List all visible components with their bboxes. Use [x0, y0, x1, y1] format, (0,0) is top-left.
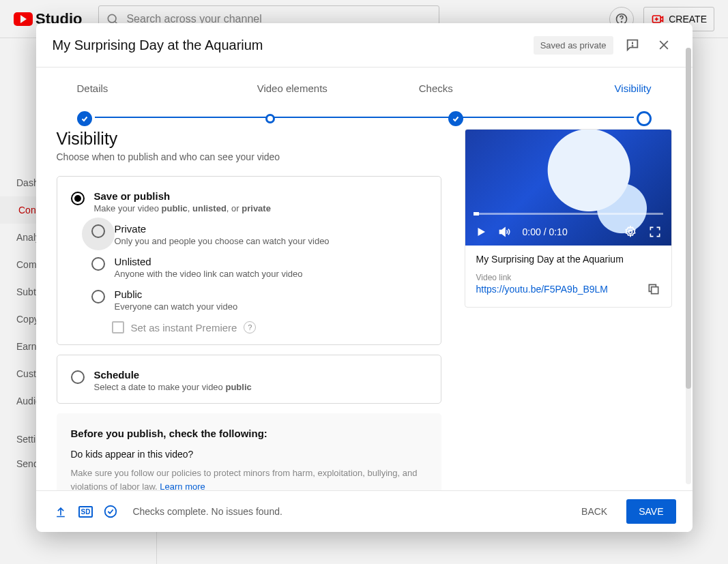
footer-status: Checks complete. No issues found. — [132, 506, 282, 517]
stepper: Details Video elements Checks Visibility — [36, 68, 693, 101]
svg-point-13 — [628, 231, 632, 234]
opt-title: Unlisted — [115, 256, 427, 267]
fullscreen-icon[interactable] — [648, 225, 662, 239]
feedback-button[interactable] — [620, 33, 645, 57]
learn-more-link[interactable]: Learn more — [160, 481, 205, 491]
preview-title: My Surprising Day at the Aquarium — [476, 254, 660, 265]
volume-icon[interactable] — [498, 225, 512, 239]
save-button[interactable]: SAVE — [626, 499, 675, 524]
prepublish-card: Before you publish, check the following:… — [57, 413, 441, 490]
help-icon[interactable]: ? — [244, 321, 256, 333]
opt-sub: Anyone with the video link can watch you… — [115, 269, 427, 279]
radio-icon — [71, 192, 85, 205]
prepublish-question: Do kids appear in this video? — [71, 449, 427, 460]
checkbox-icon — [112, 321, 124, 333]
step-mark-visibility[interactable] — [637, 111, 652, 126]
player-time: 0:00 / 0:10 — [523, 226, 568, 237]
schedule-sub: Select a date to make your video public — [94, 382, 427, 392]
save-status-chip: Saved as private — [534, 36, 613, 55]
section-heading: Visibility — [57, 129, 441, 149]
svg-point-15 — [105, 506, 117, 518]
dialog-header: My Surprising Day at the Aquarium Saved … — [36, 23, 693, 68]
step-video-elements[interactable]: Video elements — [220, 83, 364, 94]
play-icon[interactable] — [475, 226, 487, 238]
svg-marker-12 — [499, 228, 505, 236]
radio-unlisted[interactable]: Unlisted Anyone with the video link can … — [91, 256, 427, 279]
save-publish-title: Save or publish — [94, 190, 427, 202]
link-label: Video link — [476, 273, 660, 282]
step-mark-details[interactable] — [77, 111, 92, 126]
radio-schedule[interactable]: Schedule Select a date to make your vide… — [71, 369, 427, 392]
video-link[interactable]: https://youtu.be/F5PA9b_B9LM — [476, 284, 609, 295]
premiere-label: Set as instant Premiere — [131, 322, 237, 333]
opt-sub: Only you and people you choose can watch… — [115, 236, 427, 246]
checks-done-icon — [102, 503, 119, 520]
svg-rect-14 — [651, 287, 658, 294]
schedule-title: Schedule — [94, 369, 427, 381]
dialog-footer: SD Checks complete. No issues found. BAC… — [36, 490, 693, 532]
progress-bar[interactable] — [474, 213, 663, 215]
step-details[interactable]: Details — [77, 83, 221, 94]
sd-badge: SD — [78, 506, 93, 518]
opt-sub: Everyone can watch your video — [115, 301, 427, 312]
radio-icon — [91, 257, 105, 271]
save-publish-sub: Make your video public, unlisted, or pri… — [94, 203, 427, 213]
radio-icon — [91, 224, 105, 238]
save-publish-card: Save or publish Make your video public, … — [57, 176, 441, 345]
section-sub: Choose when to publish and who can see y… — [57, 151, 441, 162]
copy-icon[interactable] — [647, 282, 660, 296]
step-checks[interactable]: Checks — [364, 83, 508, 94]
feedback-icon — [625, 38, 640, 53]
upload-dialog: My Surprising Day at the Aquarium Saved … — [36, 23, 693, 532]
video-frame[interactable]: 0:00 / 0:10 — [465, 130, 671, 246]
radio-save-or-publish[interactable]: Save or publish Make your video public, … — [71, 190, 427, 213]
svg-marker-11 — [478, 228, 485, 236]
svg-point-8 — [632, 46, 632, 46]
opt-title: Public — [115, 288, 427, 300]
radio-icon — [91, 290, 105, 303]
radio-public[interactable]: Public Everyone can watch your video — [91, 288, 427, 312]
radio-icon — [71, 370, 85, 384]
opt-title: Private — [115, 223, 427, 235]
settings-icon[interactable] — [624, 225, 637, 239]
prepublish-heading: Before you publish, check the following: — [71, 428, 427, 439]
close-icon — [657, 38, 671, 52]
dialog-scrollbar[interactable] — [686, 48, 691, 484]
close-button[interactable] — [652, 33, 676, 57]
radio-private[interactable]: Private Only you and people you choose c… — [91, 223, 427, 246]
back-button[interactable]: BACK — [572, 499, 617, 524]
video-preview: 0:00 / 0:10 My Surprising Day at the Aqu… — [465, 129, 672, 308]
prepublish-text: Make sure you follow our policies to pro… — [71, 466, 427, 490]
step-visibility[interactable]: Visibility — [508, 83, 652, 94]
step-mark-video-elements[interactable] — [265, 114, 275, 123]
step-mark-checks[interactable] — [448, 111, 463, 126]
upload-icon[interactable] — [53, 503, 69, 520]
modal-scrim: My Surprising Day at the Aquarium Saved … — [0, 0, 728, 564]
schedule-card: Schedule Select a date to make your vide… — [57, 355, 441, 404]
dialog-title: My Surprising Day at the Aquarium — [53, 38, 263, 53]
premiere-checkbox[interactable]: Set as instant Premiere ? — [112, 321, 427, 333]
player-controls: 0:00 / 0:10 — [465, 218, 671, 246]
